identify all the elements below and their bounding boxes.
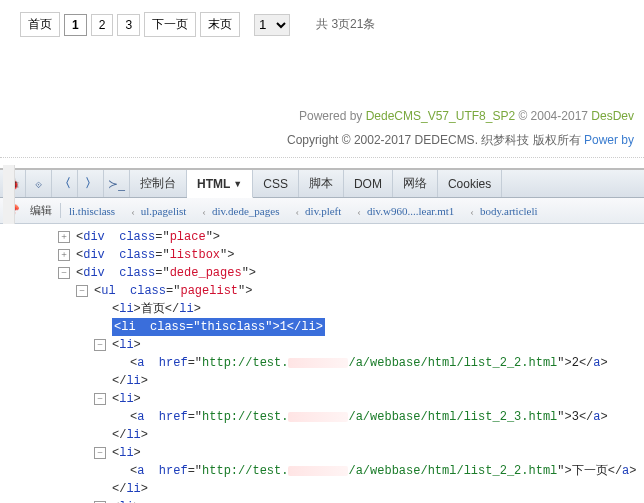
expand-icon[interactable]: + [58, 249, 70, 261]
tree-row[interactable]: −<ul class="pagelist"> [22, 282, 644, 300]
bc-div-w960[interactable]: div.w960....lear.mt1 [349, 201, 462, 221]
tab-html[interactable]: HTML▼ [187, 170, 253, 198]
devtools-panel: 🐞 ⟐ 〈 〉 ≻_ 控制台 HTML▼ CSS 脚本 DOM 网络 Cooki… [0, 168, 644, 503]
breadcrumb-bar: 📌 编辑 li.thisclass ul.pagelist div.dede_p… [0, 198, 644, 224]
console-icon[interactable]: ≻_ [104, 170, 130, 197]
expand-icon[interactable]: + [58, 231, 70, 243]
tree-row[interactable]: −<li> [22, 390, 644, 408]
collapse-icon[interactable]: − [94, 447, 106, 459]
desdev-link[interactable]: DesDev [591, 109, 634, 123]
tree-row[interactable]: <a href="http://test./a/webbase/html/lis… [22, 408, 644, 426]
tree-row-selected[interactable]: <li class="thisclass">1</li> [22, 318, 644, 336]
tree-row[interactable]: −<div class="dede_pages"> [22, 264, 644, 282]
tree-row[interactable]: −<li> [22, 498, 644, 503]
page-info: 共 3页21条 [316, 16, 375, 33]
page-last[interactable]: 末页 [200, 12, 240, 37]
page-select[interactable]: 1 [254, 14, 290, 36]
bc-body[interactable]: body.articleli [462, 201, 545, 221]
page-1[interactable]: 1 [64, 14, 87, 36]
page-2[interactable]: 2 [91, 14, 114, 36]
bc-div-pleft[interactable]: div.pleft [287, 201, 349, 221]
page-next[interactable]: 下一页 [144, 12, 196, 37]
tree-row[interactable]: <li>首页</li> [22, 300, 644, 318]
redacted-host [288, 466, 348, 476]
bc-ul-pagelist[interactable]: ul.pagelist [123, 201, 194, 221]
tree-row[interactable]: </li> [22, 480, 644, 498]
powerby-link[interactable]: Power by [584, 133, 634, 147]
tab-cookies[interactable]: Cookies [438, 170, 502, 197]
dropdown-icon: ▼ [233, 179, 242, 189]
tree-row[interactable]: <a href="http://test./a/webbase/html/lis… [22, 354, 644, 372]
redacted-host [288, 412, 348, 422]
bc-li-thisclass[interactable]: li.thisclass [61, 201, 123, 221]
tree-row[interactable]: </li> [22, 372, 644, 390]
powered-by-line: Powered by DedeCMS_V57_UTF8_SP2 © 2004-2… [0, 105, 644, 127]
nav-back-icon[interactable]: 〈 [52, 170, 78, 197]
tab-net[interactable]: 网络 [393, 170, 438, 197]
html-tree: +<div class="place"> +<div class="listbo… [0, 224, 644, 503]
cms-link[interactable]: DedeCMS_V57_UTF8_SP2 [366, 109, 515, 123]
edit-button[interactable]: 编辑 [22, 203, 61, 218]
tree-row[interactable]: <a href="http://test./a/webbase/html/lis… [22, 462, 644, 480]
tree-row[interactable]: −<li> [22, 444, 644, 462]
tree-row[interactable]: </li> [22, 426, 644, 444]
page-3[interactable]: 3 [117, 14, 140, 36]
pagination-bar: 首页 1 2 3 下一页 末页 1 共 3页21条 [0, 0, 644, 49]
redacted-host [288, 358, 348, 368]
tab-css[interactable]: CSS [253, 170, 299, 197]
copyright-line: Copyright © 2002-2017 DEDECMS. 织梦科技 版权所有… [0, 127, 644, 153]
collapse-icon[interactable]: − [76, 285, 88, 297]
inspect-icon[interactable]: ⟐ [26, 170, 52, 197]
tree-row[interactable]: +<div class="listbox"> [22, 246, 644, 264]
tab-script[interactable]: 脚本 [299, 170, 344, 197]
collapse-icon[interactable]: − [58, 267, 70, 279]
devtools-tabstrip: 🐞 ⟐ 〈 〉 ≻_ 控制台 HTML▼ CSS 脚本 DOM 网络 Cooki… [0, 170, 644, 198]
tree-row[interactable]: +<div class="place"> [22, 228, 644, 246]
tab-dom[interactable]: DOM [344, 170, 393, 197]
tree-row[interactable]: −<li> [22, 336, 644, 354]
collapse-icon[interactable]: − [94, 339, 106, 351]
tab-console[interactable]: 控制台 [130, 170, 187, 197]
page-first[interactable]: 首页 [20, 12, 60, 37]
collapse-icon[interactable]: − [94, 393, 106, 405]
nav-fwd-icon[interactable]: 〉 [78, 170, 104, 197]
bc-div-dedepages[interactable]: div.dede_pages [194, 201, 287, 221]
